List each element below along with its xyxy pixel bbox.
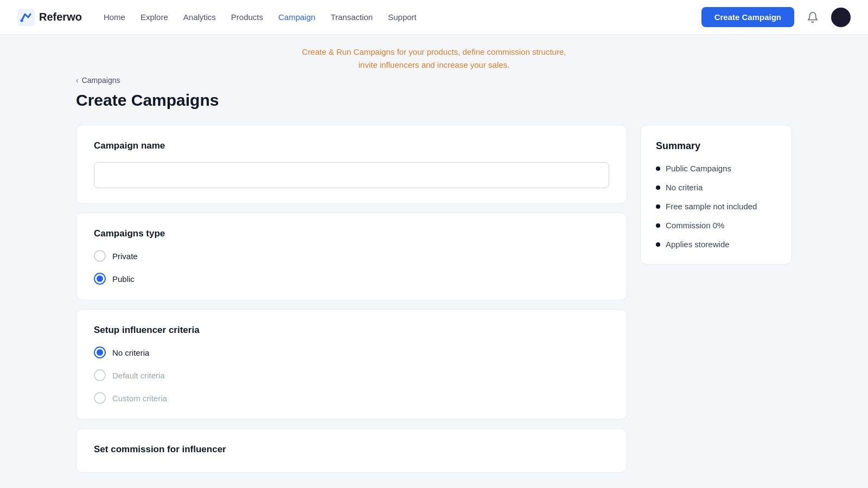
breadcrumb-label: Campaigns [82, 76, 120, 85]
page-content: Create & Run Campaigns for your products… [54, 35, 814, 488]
summary-item-3: Free sample not included [656, 202, 776, 211]
criteria-no-criteria-radio [94, 346, 106, 358]
campaign-name-title: Campaign name [94, 140, 609, 151]
campaign-name-input[interactable] [94, 162, 609, 188]
navbar-left: Referwo Home Explore Analytics Products … [17, 9, 417, 26]
criteria-custom-criteria-option[interactable]: Custom criteria [94, 392, 609, 404]
nav-campaign[interactable]: Campaign [278, 12, 315, 22]
breadcrumb-arrow-icon: ‹ [76, 76, 79, 85]
campaign-name-card: Campaign name [76, 125, 627, 204]
campaigns-type-private-radio [94, 250, 106, 262]
criteria-no-criteria-option[interactable]: No criteria [94, 346, 609, 358]
summary-item-label-1: Public Campaigns [666, 164, 731, 173]
form-column: Campaign name Campaigns type Private [76, 125, 627, 473]
campaigns-type-private-label: Private [112, 252, 138, 261]
summary-bullet-5 [656, 242, 660, 247]
navbar-right: Create Campaign [701, 7, 851, 27]
campaigns-type-card: Campaigns type Private Public [76, 213, 627, 300]
summary-item-5: Applies storewide [656, 240, 776, 249]
logo[interactable]: Referwo [17, 9, 82, 26]
summary-item-label-5: Applies storewide [666, 240, 730, 249]
create-campaign-button[interactable]: Create Campaign [701, 7, 794, 27]
criteria-default-criteria-radio [94, 369, 106, 381]
summary-item-1: Public Campaigns [656, 164, 776, 173]
influencer-criteria-title: Setup influencer criteria [94, 325, 609, 336]
summary-bullet-3 [656, 204, 660, 209]
summary-item-label-3: Free sample not included [666, 202, 757, 211]
criteria-no-criteria-radio-dot [97, 349, 103, 356]
nav-support[interactable]: Support [388, 12, 417, 22]
summary-item-label-2: No criteria [666, 183, 703, 192]
nav-analytics[interactable]: Analytics [183, 12, 216, 22]
campaigns-type-public-option[interactable]: Public [94, 273, 609, 285]
logo-text: Referwo [39, 11, 82, 23]
criteria-custom-criteria-radio [94, 392, 106, 404]
page-title: Create Campaigns [76, 91, 792, 110]
campaigns-type-public-label: Public [112, 274, 135, 284]
logo-icon [17, 9, 35, 26]
summary-list: Public Campaigns No criteria Free sample… [656, 164, 776, 249]
influencer-criteria-card: Setup influencer criteria No criteria De… [76, 309, 627, 420]
notification-bell-icon[interactable] [803, 8, 822, 27]
nav-home[interactable]: Home [104, 12, 125, 22]
commission-title: Set commission for influencer [94, 444, 609, 455]
svg-rect-0 [17, 9, 35, 26]
main-layout: Campaign name Campaigns type Private [76, 125, 792, 473]
summary-item-label-4: Commission 0% [666, 221, 724, 230]
criteria-custom-criteria-label: Custom criteria [112, 394, 167, 403]
criteria-default-criteria-label: Default criteria [112, 371, 165, 380]
commission-card: Set commission for influencer [76, 428, 627, 473]
hero-tagline: Create & Run Campaigns for your products… [76, 46, 792, 72]
campaigns-type-radio-group: Private Public [94, 250, 609, 285]
nav-products[interactable]: Products [231, 12, 263, 22]
criteria-no-criteria-label: No criteria [112, 348, 149, 357]
criteria-default-criteria-option[interactable]: Default criteria [94, 369, 609, 381]
summary-item-4: Commission 0% [656, 221, 776, 230]
nav-links: Home Explore Analytics Products Campaign… [104, 12, 417, 22]
summary-card: Summary Public Campaigns No criteria Fre… [640, 125, 792, 265]
avatar[interactable] [831, 8, 851, 27]
breadcrumb[interactable]: ‹ Campaigns [76, 76, 792, 85]
influencer-criteria-radio-group: No criteria Default criteria Custom crit… [94, 346, 609, 404]
summary-bullet-2 [656, 185, 660, 190]
nav-explore[interactable]: Explore [141, 12, 168, 22]
campaigns-type-public-radio [94, 273, 106, 285]
summary-bullet-1 [656, 166, 660, 171]
navbar: Referwo Home Explore Analytics Products … [0, 0, 868, 35]
campaigns-type-public-radio-dot [97, 275, 103, 282]
nav-transaction[interactable]: Transaction [330, 12, 373, 22]
svg-point-1 [21, 19, 23, 22]
summary-item-2: No criteria [656, 183, 776, 192]
summary-bullet-4 [656, 223, 660, 228]
campaigns-type-private-option[interactable]: Private [94, 250, 609, 262]
summary-title: Summary [656, 140, 776, 152]
campaigns-type-title: Campaigns type [94, 228, 609, 239]
